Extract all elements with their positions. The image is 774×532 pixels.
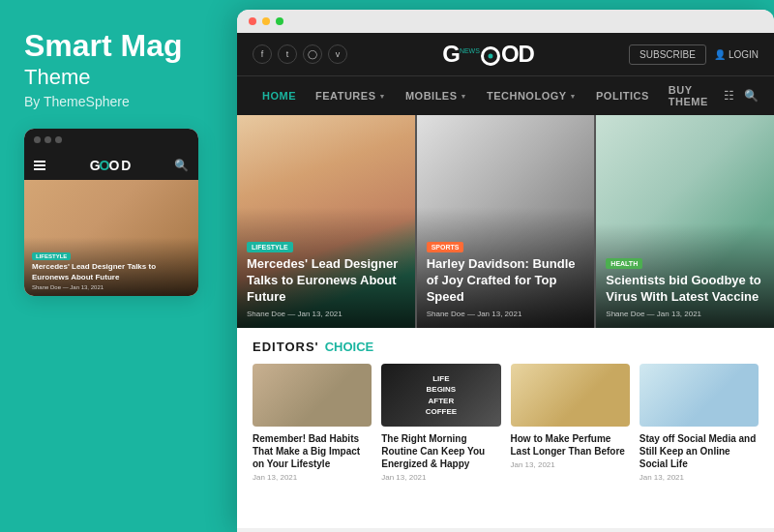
logo-o [481,46,500,66]
hero-tag-3: HEALTH [606,258,642,269]
browser-close-dot [249,17,256,25]
hero-overlay-3: HEALTH Scientists bid Goodbye to Virus W… [596,223,774,328]
mini-navbar: GOO D 🔍 [24,151,198,180]
nav-links-group: HOME FEATURES ▼ MOBILES ▼ TECHNOLOGY ▼ P… [253,76,724,115]
hero-overlay-2: SPORTS Harley Davidson: Bundle of Joy Cr… [417,207,595,328]
logo-news: NEWS [460,47,480,54]
mini-search-icon: 🔍 [174,159,189,172]
mini-overlay: LIFESTYLE Mercedes' Lead Designer Talks … [24,237,198,296]
editor-title-4: Stay off Social Media and Still Keep an … [640,432,759,470]
nav-item-politics[interactable]: POLITICS [586,76,659,115]
hero-byline-2: Shane Doe — Jan 13, 2021 [427,310,585,318]
hero-byline-1: Shane Doe — Jan 13, 2021 [247,310,405,318]
mini-top-bar [24,129,198,151]
nav-item-home[interactable]: HOME [253,76,306,115]
editors-grid: Remember! Bad Habits That Make a Big Imp… [253,364,759,482]
brand-theme: Theme [24,65,213,90]
user-icon: 👤 [714,49,726,60]
facebook-icon[interactable]: f [253,44,272,64]
editors-choice-section: EDITORS' CHOICE Remember! Bad Habits Tha… [237,328,774,493]
editor-title-2: The Right Morning Routine Can Keep You E… [381,432,500,470]
header-actions: SUBSCRIBE 👤 LOGIN [629,44,759,65]
instagram-icon[interactable]: ◯ [303,44,322,64]
editor-title-1: Remember! Bad Habits That Make a Big Imp… [253,432,372,470]
logo-od: OD [501,41,534,67]
mini-byline: Shane Doe — Jan 13, 2021 [32,284,191,290]
nav-search-icon[interactable]: 🔍 [744,89,759,103]
twitter-icon[interactable]: t [278,44,297,64]
hero-item-2[interactable]: SPORTS Harley Davidson: Bundle of Joy Cr… [417,115,595,328]
editor-item-3[interactable]: How to Make Perfume Last Longer Than Bef… [511,364,630,482]
editor-item-4[interactable]: Stay off Social Media and Still Keep an … [640,364,759,482]
editor-date-1: Jan 13, 2021 [253,473,372,482]
editor-item-1[interactable]: Remember! Bad Habits That Make a Big Imp… [253,364,372,482]
nav-item-buy-theme[interactable]: BUY THEME [659,76,724,115]
browser-window: f t ◯ v GNEWSOD SUBSCRIBE 👤 LOGIN HOME F… [237,10,774,532]
brand-name: Smart Mag [24,29,213,63]
login-button[interactable]: 👤 LOGIN [714,49,759,60]
site-header: f t ◯ v GNEWSOD SUBSCRIBE 👤 LOGIN [237,33,774,75]
mini-hero-image: LIFESTYLE Mercedes' Lead Designer Talks … [24,180,198,296]
hero-item-3[interactable]: HEALTH Scientists bid Goodbye to Virus W… [596,115,774,328]
editor-image-2: LIFEBEGINSAFTERCOFFEE [381,364,500,427]
editors-label: EDITORS' [253,340,319,354]
editor-date-4: Jan 13, 2021 [640,473,759,482]
hero-tag-2: SPORTS [427,242,464,252]
hero-grid: LIFESTYLE Mercedes' Lead Designer Talks … [237,115,774,328]
site-logo: GNEWSOD [442,41,534,68]
hero-title-1: Mercedes' Lead Designer Talks to Euronew… [247,256,405,306]
logo-g: G [442,41,460,67]
nav-item-mobiles[interactable]: MOBILES ▼ [396,76,477,115]
site-navigation: HOME FEATURES ▼ MOBILES ▼ TECHNOLOGY ▼ P… [237,75,774,115]
browser-maximize-dot [276,17,283,25]
hero-tag-1: LIFESTYLE [247,242,293,252]
hero-overlay-1: LIFESTYLE Mercedes' Lead Designer Talks … [237,207,415,328]
nav-grid-icon[interactable]: ☷ [724,89,734,103]
editor-image-4 [640,364,759,427]
hero-byline-3: Shane Doe — Jan 13, 2021 [606,310,764,318]
mobiles-chevron-icon: ▼ [461,93,467,100]
mini-hamburger-icon [34,161,45,170]
hero-title-2: Harley Davidson: Bundle of Joy Crafted f… [427,256,585,306]
mini-dot-1 [34,136,41,143]
editor-image-1 [253,364,372,427]
subscribe-button[interactable]: SUBSCRIBE [629,44,706,65]
editors-choice-tag: CHOICE [325,340,374,354]
nav-right-icons: ☷ 🔍 [724,89,759,103]
hero-item-1[interactable]: LIFESTYLE Mercedes' Lead Designer Talks … [237,115,415,328]
left-panel: Smart Mag Theme By ThemeSphere GOO D 🔍 L… [0,0,237,532]
browser-chrome [237,10,774,33]
mini-dot-2 [45,136,51,143]
editor-date-3: Jan 13, 2021 [511,460,630,469]
nav-item-technology[interactable]: TECHNOLOGY ▼ [477,76,586,115]
editors-header: EDITORS' CHOICE [253,340,759,354]
mini-logo: GOO D [90,158,131,173]
social-icons-group: f t ◯ v [253,44,347,64]
browser-minimize-dot [262,17,270,25]
brand-by: By ThemeSphere [24,94,213,109]
vimeo-icon[interactable]: v [328,44,347,64]
editor-image-3 [511,364,630,427]
features-chevron-icon: ▼ [378,93,385,100]
hero-title-3: Scientists bid Goodbye to Virus With Lat… [606,273,764,306]
mini-headline: Mercedes' Lead Designer Talks to Euronew… [32,262,191,282]
nav-item-features[interactable]: FEATURES ▼ [306,76,396,115]
editor-item-2[interactable]: LIFEBEGINSAFTERCOFFEE The Right Morning … [381,364,500,482]
editor-title-3: How to Make Perfume Last Longer Than Bef… [511,432,630,458]
coffee-text: LIFEBEGINSAFTERCOFFEE [426,373,457,417]
mini-tag: LIFESTYLE [32,252,71,260]
mini-window-dots [34,136,62,143]
editor-date-2: Jan 13, 2021 [381,473,500,482]
mini-preview-card: GOO D 🔍 LIFESTYLE Mercedes' Lead Designe… [24,129,198,296]
technology-chevron-icon: ▼ [570,93,577,100]
mini-dot-3 [55,136,62,143]
site-wrapper: f t ◯ v GNEWSOD SUBSCRIBE 👤 LOGIN HOME F… [237,33,774,528]
